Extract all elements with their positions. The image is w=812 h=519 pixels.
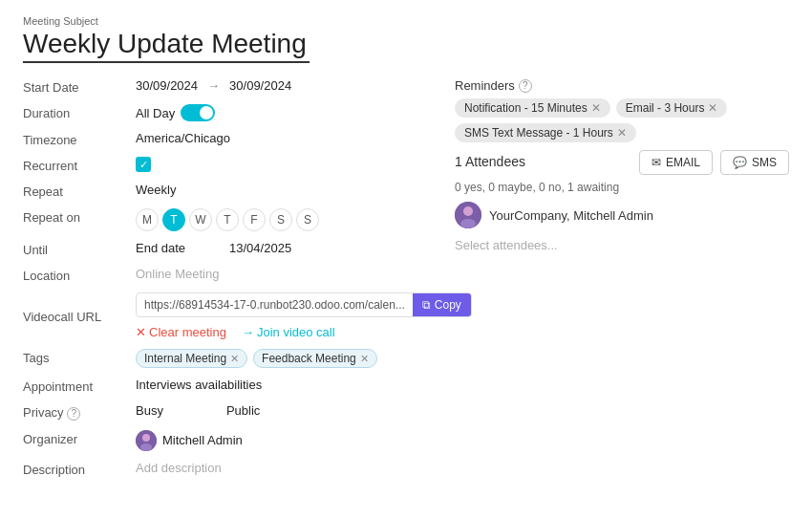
location-label: Location bbox=[23, 267, 128, 283]
day-T2[interactable]: T bbox=[216, 208, 239, 231]
email-button[interactable]: ✉ EMAIL bbox=[639, 150, 713, 175]
tag-feedback-meeting[interactable]: Feedback Meeting ✕ bbox=[253, 349, 377, 368]
description-value[interactable]: Add description bbox=[136, 461, 424, 475]
timezone-value[interactable]: America/Chicago bbox=[136, 131, 424, 145]
email-sms-buttons: ✉ EMAIL 💬 SMS bbox=[639, 150, 789, 175]
reminders-help-icon[interactable]: ? bbox=[519, 79, 532, 93]
all-day-toggle[interactable] bbox=[181, 104, 215, 121]
organizer-name[interactable]: Mitchell Admin bbox=[162, 433, 243, 447]
reminders-label: Reminders bbox=[455, 78, 515, 93]
reminder-notification-text: Notification - 15 Minutes bbox=[464, 101, 588, 115]
reminders-list-2: SMS Text Message - 1 Hours ✕ bbox=[455, 123, 789, 142]
tags-label: Tags bbox=[23, 349, 128, 365]
day-T1[interactable]: T bbox=[162, 208, 185, 231]
timezone-row: Timezone America/Chicago bbox=[23, 131, 424, 147]
reminder-sms-remove[interactable]: ✕ bbox=[617, 126, 627, 140]
repeat-row: Repeat Weekly bbox=[23, 183, 424, 199]
tag1-label: Internal Meeting bbox=[144, 352, 226, 365]
attendees-count: 1 Attendees bbox=[455, 154, 525, 169]
reminders-list: Notification - 15 Minutes ✕ Email - 3 Ho… bbox=[455, 98, 789, 118]
reminder-email-remove[interactable]: ✕ bbox=[708, 101, 717, 115]
tags-value: Internal Meeting ✕ Feedback Meeting ✕ bbox=[136, 349, 424, 368]
appointment-value[interactable]: Interviews availabilities bbox=[136, 378, 424, 392]
until-label: Until bbox=[23, 241, 128, 257]
reminder-email-text: Email - 3 Hours bbox=[626, 101, 705, 115]
recurrent-row: Recurrent bbox=[23, 157, 424, 173]
day-M[interactable]: M bbox=[136, 208, 159, 231]
repeat-value[interactable]: Weekly bbox=[136, 183, 424, 197]
attendees-section: 1 Attendees ✉ EMAIL 💬 SMS 0 yes, 0 maybe… bbox=[455, 150, 789, 256]
left-panel: Start Date 30/09/2024 → 30/09/2024 Durat… bbox=[23, 78, 424, 487]
appointment-row: Appointment Interviews availabilities bbox=[23, 378, 424, 394]
privacy-public[interactable]: Public bbox=[226, 403, 260, 418]
email-icon: ✉ bbox=[652, 156, 661, 169]
svg-point-2 bbox=[140, 443, 152, 451]
videocall-url-wrapper: https://68914534-17-0.runbot230.odoo.com… bbox=[136, 292, 472, 317]
day-S2[interactable]: S bbox=[296, 208, 319, 231]
videocall-label: Videocall URL bbox=[23, 308, 128, 324]
reminder-email[interactable]: Email - 3 Hours ✕ bbox=[616, 98, 728, 118]
sms-button[interactable]: 💬 SMS bbox=[720, 150, 789, 175]
privacy-value: Busy Public bbox=[136, 403, 424, 418]
svg-point-4 bbox=[463, 206, 473, 216]
videocall-url-text: https://68914534-17-0.runbot230.odoo.com… bbox=[137, 294, 413, 315]
attendees-actions: 1 Attendees ✉ EMAIL 💬 SMS bbox=[455, 150, 789, 175]
videocall-value: https://68914534-17-0.runbot230.odoo.com… bbox=[136, 292, 472, 339]
email-btn-label: EMAIL bbox=[666, 156, 700, 169]
privacy-help-icon[interactable]: ? bbox=[67, 407, 80, 421]
sms-icon: 💬 bbox=[733, 156, 747, 169]
recurrent-value bbox=[136, 157, 424, 172]
until-end-date[interactable]: 13/04/2025 bbox=[229, 241, 291, 255]
duration-label: Duration bbox=[23, 104, 128, 120]
appointment-label: Appointment bbox=[23, 378, 128, 394]
privacy-label: Privacy ? bbox=[23, 403, 128, 421]
arrow-right-icon: → bbox=[242, 325, 254, 339]
tags-row: Tags Internal Meeting ✕ Feedback Meeting… bbox=[23, 349, 424, 368]
recurrent-checkbox[interactable] bbox=[136, 157, 151, 172]
organizer-avatar bbox=[136, 430, 157, 451]
privacy-row: Privacy ? Busy Public bbox=[23, 403, 424, 421]
reminder-sms-text: SMS Text Message - 1 Hours bbox=[464, 126, 613, 140]
day-F[interactable]: F bbox=[243, 208, 266, 231]
tag2-label: Feedback Meeting bbox=[262, 352, 356, 365]
until-type[interactable]: End date bbox=[136, 241, 185, 255]
start-date[interactable]: 30/09/2024 bbox=[136, 78, 198, 93]
until-row: Until End date 13/04/2025 bbox=[23, 241, 424, 257]
day-S1[interactable]: S bbox=[269, 208, 292, 231]
location-row: Location Online Meeting bbox=[23, 267, 424, 283]
tag1-remove-icon[interactable]: ✕ bbox=[230, 353, 239, 365]
attendee-row: YourCompany, Mitchell Admin bbox=[455, 202, 789, 228]
repeat-on-row: Repeat on M T W T F S S bbox=[23, 208, 424, 231]
privacy-busy[interactable]: Busy bbox=[136, 403, 163, 418]
end-date[interactable]: 30/09/2024 bbox=[229, 78, 291, 93]
duration-row: Duration All Day bbox=[23, 104, 424, 121]
reminder-sms[interactable]: SMS Text Message - 1 Hours ✕ bbox=[455, 123, 636, 142]
join-video-link[interactable]: → Join video call bbox=[242, 325, 335, 339]
duration-text: All Day bbox=[136, 106, 175, 120]
tag-internal-meeting[interactable]: Internal Meeting ✕ bbox=[136, 349, 247, 368]
organizer-value: Mitchell Admin bbox=[136, 430, 424, 451]
page-title[interactable]: Weekly Update Meeting bbox=[23, 29, 310, 63]
join-video-label: Join video call bbox=[257, 325, 335, 339]
meeting-subject-label: Meeting Subject bbox=[23, 15, 789, 27]
organizer-avatar-img bbox=[136, 430, 157, 451]
clear-meeting-link[interactable]: ✕ Clear meeting bbox=[136, 325, 226, 339]
reminder-notification-remove[interactable]: ✕ bbox=[591, 101, 601, 115]
recurrent-label: Recurrent bbox=[23, 157, 128, 173]
select-attendees-input[interactable]: Select attendees... bbox=[455, 234, 789, 256]
organizer-label: Organizer bbox=[23, 430, 128, 446]
reminder-notification[interactable]: Notification - 15 Minutes ✕ bbox=[455, 98, 610, 118]
day-W[interactable]: W bbox=[189, 208, 212, 231]
sms-btn-label: SMS bbox=[752, 156, 777, 169]
tag2-remove-icon[interactable]: ✕ bbox=[360, 353, 369, 365]
x-icon: ✕ bbox=[136, 325, 146, 339]
duration-value: All Day bbox=[136, 104, 424, 121]
location-value[interactable]: Online Meeting bbox=[136, 267, 424, 281]
videocall-row: Videocall URL https://68914534-17-0.runb… bbox=[23, 292, 424, 339]
attendee-name[interactable]: YourCompany, Mitchell Admin bbox=[489, 208, 653, 223]
start-date-value: 30/09/2024 → 30/09/2024 bbox=[136, 78, 424, 93]
reminders-header: Reminders ? bbox=[455, 78, 789, 93]
start-date-row: Start Date 30/09/2024 → 30/09/2024 bbox=[23, 78, 424, 95]
repeat-on-days: M T W T F S S bbox=[136, 208, 424, 231]
timezone-label: Timezone bbox=[23, 131, 128, 147]
